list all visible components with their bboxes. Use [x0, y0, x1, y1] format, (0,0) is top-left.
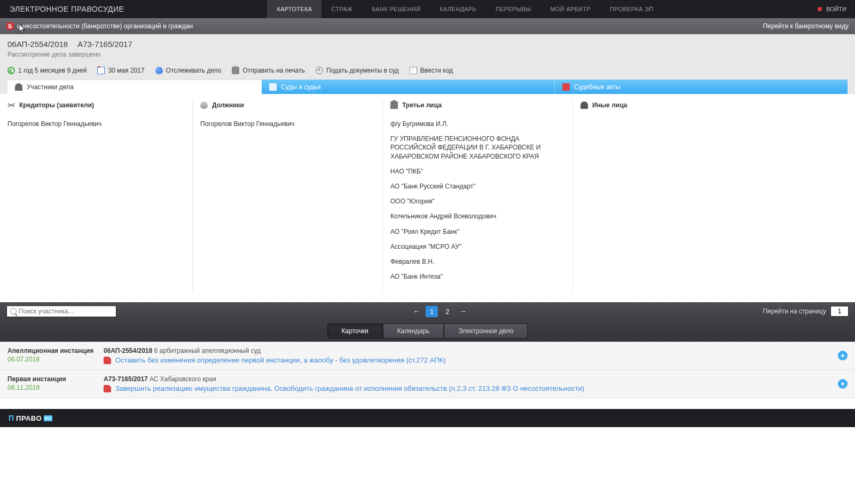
nav-calendar[interactable]: КАЛЕНДАРЬ	[430, 0, 486, 18]
third-party-item[interactable]: Котельников Андрей Всеволодович	[390, 209, 565, 224]
pager-next[interactable]: →	[457, 307, 468, 316]
print-button[interactable]: Отправить на печать	[232, 67, 305, 74]
goto-label: Перейти на страницу	[763, 308, 826, 315]
pager-page-2[interactable]: 2	[441, 306, 453, 317]
card-case-number[interactable]: А73-7165/2017	[104, 375, 148, 383]
switch-bankruptcy-view-link[interactable]: Перейти к банкротному виду	[763, 22, 849, 30]
third-party-item[interactable]: Ассоциация "МСРО АУ"	[390, 239, 565, 254]
category-bar: Б о несостоятельности (банкротстве) орга…	[0, 18, 855, 34]
expand-card-button[interactable]: +	[838, 379, 848, 389]
tab-participants[interactable]: Участники дела	[7, 80, 262, 94]
case-header: 06АП-2554/2018 А73-7165/2017 Рассмотрени…	[0, 34, 855, 94]
goto-page-input[interactable]	[830, 306, 849, 317]
search-participant-input[interactable]	[19, 308, 113, 315]
third-party-item[interactable]: ф/у Бугримова И.Л.	[390, 116, 565, 131]
duration-icon	[7, 67, 15, 74]
case-number-appeal[interactable]: 06АП-2554/2018	[7, 40, 68, 49]
third-party-item[interactable]: АО "Роял Кредит Банк"	[390, 224, 565, 239]
bankruptcy-badge-icon: Б	[6, 22, 14, 30]
watch-case-button[interactable]: Отслеживать дело	[155, 67, 222, 74]
pdf-icon[interactable]	[104, 357, 111, 364]
card-case-number[interactable]: 06АП-2554/2018	[104, 347, 152, 355]
case-number-first[interactable]: А73-7165/2017	[77, 40, 132, 49]
third-party-item[interactable]: Февралев В.Н.	[390, 254, 565, 269]
case-status: Рассмотрение дела завершено	[7, 51, 848, 58]
footer-logo-p: П	[9, 414, 14, 422]
card-document-link[interactable]: Завершить реализацию имущества гражданин…	[115, 384, 584, 392]
col-debtors: Должники Погорелов Виктор Геннадьевич	[192, 100, 382, 293]
case-actions: 1 год 5 месяцев 9 дней 30 мая 2017 Отсле…	[7, 62, 848, 80]
enter-code-button[interactable]: Ввести код	[410, 67, 453, 74]
code-icon	[410, 67, 417, 74]
site-logo[interactable]: ЭЛЕКТРОННОЕ ПРАВОСУДИЕ	[0, 0, 134, 18]
top-nav: КАРТОТЕКА СТРАЖ БАНК РЕШЕНИЙ КАЛЕНДАРЬ П…	[267, 0, 663, 18]
case-start-date[interactable]: 30 мая 2017	[97, 67, 144, 74]
footer-logo-ru: RU	[44, 415, 52, 421]
third-party-item[interactable]: ООО "Югория"	[390, 194, 565, 209]
shield-icon	[155, 67, 163, 74]
search-participant-box[interactable]	[6, 305, 116, 317]
instance-card: Апелляционная инстанция 06.07.2018 06АП-…	[0, 342, 855, 370]
viewtab-cards[interactable]: Карточки	[327, 324, 383, 338]
third-party-item[interactable]: АО "Банк Интеза"	[390, 269, 565, 284]
other-persons-icon	[581, 101, 588, 109]
instance-name: Первая инстанция	[7, 375, 104, 383]
court-icon	[269, 83, 277, 91]
col-other-title: Иные лица	[592, 101, 627, 109]
card-court-name: 6 арбитражный апелляционный суд	[154, 347, 261, 355]
participants-panel: Кредиторы (заявители) Погорелов Виктор Г…	[0, 94, 855, 302]
creditors-icon	[7, 101, 15, 109]
nav-strazh[interactable]: СТРАЖ	[321, 0, 362, 18]
category-title: о несостоятельности (банкротстве) органи…	[17, 22, 193, 30]
col-third-parties: Третьи лица ф/у Бугримова И.Л. ГУ УПРАВЛ…	[382, 100, 572, 293]
instance-cards: Апелляционная инстанция 06.07.2018 06АП-…	[0, 342, 855, 398]
card-court-name: АС Хабаровского края	[150, 375, 216, 383]
card-document-link[interactable]: Оставить без изменения определение перво…	[115, 356, 446, 364]
col-other: Иные лица	[572, 100, 855, 293]
viewtab-calendar[interactable]: Календарь	[383, 324, 444, 338]
search-icon	[10, 308, 17, 314]
login-button[interactable]: ВОЙТИ	[809, 0, 855, 18]
case-duration[interactable]: 1 год 5 месяцев 9 дней	[7, 67, 87, 74]
nav-checkep[interactable]: ПРОВЕРКА ЭП	[600, 0, 663, 18]
nav-bank[interactable]: БАНК РЕШЕНИЙ	[362, 0, 430, 18]
goto-page: Перейти на страницу	[763, 306, 849, 317]
pager-bar: ← 1 2 → Перейти на страницу	[0, 302, 855, 320]
nav-myarbitr[interactable]: МОЙ АРБИТР	[540, 0, 600, 18]
footer-logo-text: ПРАВО	[16, 414, 42, 422]
third-party-item[interactable]: АО "Банк Русский Стандарт"	[390, 179, 565, 194]
plus-circle-icon	[316, 67, 323, 74]
third-party-item[interactable]: НАО "ПКБ"	[390, 164, 565, 179]
pager-page-1[interactable]: 1	[426, 306, 438, 317]
col-creditors: Кредиторы (заявители) Погорелов Виктор Г…	[0, 100, 192, 293]
creditor-item[interactable]: Погорелов Виктор Геннадьевич	[7, 116, 185, 131]
login-label: ВОЙТИ	[826, 6, 846, 12]
login-status-dot-icon	[818, 7, 822, 11]
third-party-item[interactable]: ГУ УПРАВЛЕНИЕ ПЕНСИОННОГО ФОНДА РОССИЙСК…	[390, 131, 565, 164]
instance-name: Апелляционная инстанция	[7, 347, 104, 355]
document-icon	[562, 83, 570, 91]
spacer	[0, 398, 855, 409]
col-third-title: Третьи лица	[402, 101, 442, 109]
pdf-icon[interactable]	[104, 385, 111, 392]
viewtab-edoc[interactable]: Электронное дело	[444, 324, 528, 338]
tab-acts[interactable]: Судебные акты	[555, 80, 848, 94]
calendar-icon	[97, 67, 105, 74]
tab-courts[interactable]: Суды и судьи	[262, 80, 555, 94]
instance-date: 08.11.2018	[7, 384, 104, 391]
col-creditors-title: Кредиторы (заявители)	[19, 101, 94, 109]
nav-breaks[interactable]: ПЕРЕРЫВЫ	[486, 0, 540, 18]
debtor-item[interactable]: Погорелов Виктор Геннадьевич	[200, 116, 375, 131]
footer-logo[interactable]: П ПРАВО RU	[9, 414, 52, 422]
third-parties-icon	[390, 101, 398, 109]
instance-card: Первая инстанция 08.11.2018 А73-7165/201…	[0, 370, 855, 398]
nav-kartoteka[interactable]: КАРТОТЕКА	[267, 0, 321, 18]
person-icon	[15, 83, 22, 91]
submit-docs-button[interactable]: Подать документы в суд	[316, 67, 399, 74]
section-tabs: Участники дела Суды и судьи Судебные акт…	[7, 80, 848, 94]
footer: П ПРАВО RU	[0, 409, 855, 427]
instance-date: 06.07.2018	[7, 356, 104, 363]
expand-card-button[interactable]: +	[838, 351, 848, 360]
col-debtors-title: Должники	[212, 101, 244, 109]
pager-prev[interactable]: ←	[411, 307, 422, 316]
